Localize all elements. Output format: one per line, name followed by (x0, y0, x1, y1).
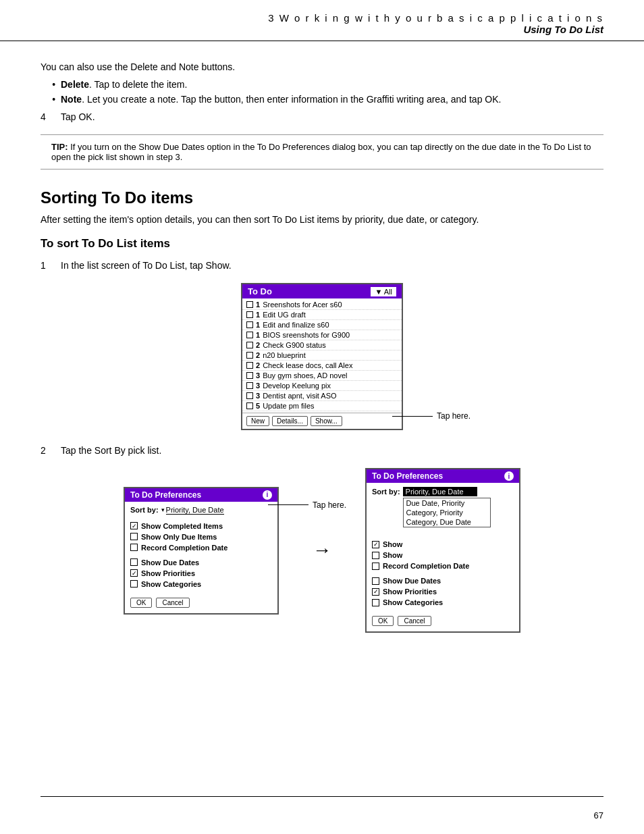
list-item: 5 Update pm files (242, 401, 402, 411)
pref-right-title-bar: To Do Preferences i (367, 469, 519, 483)
priority-11: 5 (256, 402, 260, 410)
todo-list-items: 1 Sreenshots for Acer s60 1 Edit UG draf… (242, 298, 402, 413)
todo-checkbox-11[interactable] (246, 402, 253, 409)
todo-dropdown-btn[interactable]: ▼ All (371, 287, 396, 296)
pref-cb-row-2: Show Only Due Items (130, 533, 272, 541)
tip-box: TIP: If you turn on the Show Due Dates o… (41, 134, 603, 170)
todo-window: To Do ▼ All 1 Sreenshots for Acer s60 1 … (241, 283, 403, 430)
step-4: 4 Tap OK. (41, 111, 603, 122)
sort-icon-left: ▾ (161, 506, 165, 513)
todo-show-button[interactable]: Show... (311, 416, 342, 426)
step-1-num: 1 (41, 260, 61, 271)
tip-label: TIP: (51, 142, 68, 152)
priority-7: 2 (256, 361, 260, 369)
pref-dropdown-item-3[interactable]: Category, Due Date (404, 517, 490, 527)
todo-checkbox-9[interactable] (246, 382, 253, 389)
pref-left-window: To Do Preferences i Sort by: ▾ Priority,… (124, 487, 279, 615)
intro-text: You can also use the Delete and Note but… (41, 61, 603, 72)
pref-right-cb-row-2: Show (372, 551, 514, 559)
todo-checkbox-3[interactable] (246, 321, 253, 328)
todo-checkbox-10[interactable] (246, 392, 253, 399)
header-section: Using To Do List (41, 24, 603, 35)
item-text-6: n20 blueprint (263, 351, 306, 359)
tap-here-label: Tap here. (437, 411, 471, 421)
pref-right-checkbox-2[interactable] (372, 552, 379, 559)
pref-sort-row-right: Sort by: Priority, Due Date Due Date, Pr… (372, 487, 514, 496)
todo-new-button[interactable]: New (246, 416, 269, 426)
pref-right-checkbox-1[interactable] (372, 541, 379, 548)
pref-left-btn-row: OK Cancel (130, 595, 272, 609)
todo-title: To Do (248, 286, 272, 296)
priority-3: 1 (256, 321, 260, 329)
pref-left-body: Sort by: ▾ Priority, Due Date Show Compl… (125, 502, 277, 613)
todo-checkbox-1[interactable] (246, 301, 253, 308)
pref-checkbox-due-dates[interactable] (130, 558, 138, 566)
item-text-2: Edit UG draft (263, 311, 306, 319)
todo-checkbox-7[interactable] (246, 362, 253, 369)
pref-checkbox-priorities[interactable] (130, 569, 138, 577)
bullet-note-label: Note (61, 94, 82, 105)
page-header: 3 W o r k i n g w i t h y o u r b a s i … (0, 0, 644, 41)
item-text-1: Sreenshots for Acer s60 (263, 301, 342, 309)
pref-dropdown-item-2[interactable]: Category, Priority (404, 508, 490, 517)
pref-right-checkbox-3[interactable] (372, 563, 379, 570)
pref-right-cb-row-3: Record Completion Date (372, 562, 514, 570)
todo-details-button[interactable]: Details... (272, 416, 308, 426)
item-text-11: Update pm files (263, 402, 314, 410)
pref-right-cb-row-4: Show Due Dates (372, 577, 514, 585)
pref-sort-label-left: Sort by: (130, 506, 159, 514)
list-item: 2 Check lease docs, call Alex (242, 361, 402, 371)
pref-checkbox-categories[interactable] (130, 580, 138, 588)
pref-right-ok-button[interactable]: OK (372, 616, 394, 626)
item-text-3: Edit and finalize s60 (263, 321, 329, 329)
todo-checkbox-4[interactable] (246, 332, 253, 338)
pref-right-cb-label-1: Show (383, 540, 402, 548)
pref-sort-value-left[interactable]: Priority, Due Date (166, 506, 224, 515)
pref-tap-here-annotation: Tap here. (268, 500, 346, 510)
pref-right-checkbox-4[interactable] (372, 577, 379, 585)
pref-tap-here-line (268, 504, 308, 505)
item-text-5: Check G900 status (263, 341, 326, 349)
pref-sort-row-left: Sort by: ▾ Priority, Due Date (130, 506, 272, 515)
pref-cb-row-6: Show Categories (130, 580, 272, 588)
pref-right-checkbox-6[interactable] (372, 599, 379, 606)
step-1-text: In the list screen of To Do List, tap Sh… (61, 260, 232, 271)
bullet-note-text: . Let you create a note. Tap the button,… (82, 94, 501, 105)
pref-sort-selected[interactable]: Priority, Due Date (403, 487, 477, 496)
priority-8: 3 (256, 371, 260, 380)
tip-text: If you turn on the Show Due Dates option… (51, 142, 591, 162)
pref-right-cancel-button[interactable]: Cancel (398, 616, 431, 626)
pref-dropdown-container: Priority, Due Date Due Date, Priority Ca… (403, 487, 477, 496)
pref-right-window: To Do Preferences i Sort by: Priority, D… (365, 468, 520, 633)
content-area: You can also use the Delete and Note but… (0, 41, 644, 672)
todo-checkbox-2[interactable] (246, 311, 253, 318)
sub-heading: To sort To Do List items (41, 237, 603, 251)
item-text-9: Develop Keelung pix (263, 382, 331, 390)
step-2: 2 Tap the Sort By pick list. (41, 445, 603, 456)
pref-checkbox-show-due[interactable] (130, 533, 138, 540)
pref-checkbox-record[interactable] (130, 544, 138, 551)
bullet-delete-text: . Tap to delete the item. (89, 79, 187, 90)
list-item: 1 Edit UG draft (242, 310, 402, 320)
bullet-delete: Delete. Tap to delete the item. (61, 79, 603, 90)
todo-checkbox-8[interactable] (246, 372, 253, 379)
pref-right-checkbox-5[interactable] (372, 588, 379, 596)
pref-cb-label-2: Show Only Due Items (141, 533, 217, 541)
todo-checkbox-5[interactable] (246, 342, 253, 348)
list-item: 3 Dentist apnt, visit ASO (242, 391, 402, 401)
pref-checkbox-show-completed[interactable] (130, 522, 138, 529)
pref-cb-row-5: Show Priorities (130, 569, 272, 577)
pref-left-cancel-button[interactable]: Cancel (156, 598, 189, 608)
todo-checkbox-6[interactable] (246, 352, 253, 359)
pref-info-icon-left: i (263, 490, 272, 500)
pref-right-cb-label-2: Show (383, 551, 402, 559)
pref-left-ok-button[interactable]: OK (130, 598, 152, 608)
list-item: 3 Buy gym shoes, AD novel (242, 371, 402, 381)
tap-here-line (392, 416, 433, 417)
list-item: 2 n20 blueprint (242, 350, 402, 361)
pref-cb-label-5: Show Priorities (141, 569, 195, 577)
pref-right-cb-row-5: Show Priorities (372, 588, 514, 596)
item-text-7: Check lease docs, call Alex (263, 361, 352, 369)
pref-dropdown-item-1[interactable]: Due Date, Priority (404, 498, 490, 508)
pref-cb-label-6: Show Categories (141, 580, 201, 588)
